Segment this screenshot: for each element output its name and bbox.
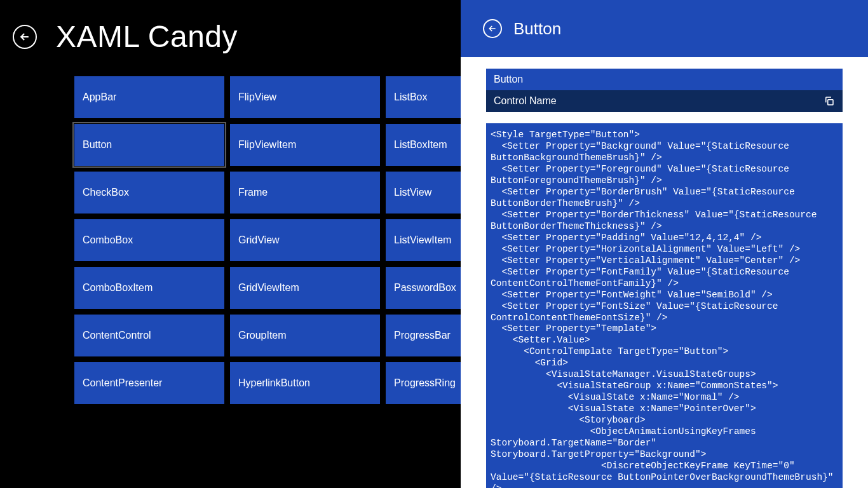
detail-header: Button (461, 0, 868, 57)
control-name-bar: Control Name (486, 90, 843, 112)
copy-icon (824, 95, 835, 107)
tile-comboboxitem[interactable]: ComboBoxItem (74, 267, 224, 309)
tile-listboxitem[interactable]: ListBoxItem (386, 124, 461, 166)
control-name-label: Control Name (494, 95, 557, 107)
app-title: XAML Candy (56, 19, 238, 54)
arrow-left-icon (487, 24, 498, 34)
tile-listview[interactable]: ListView (386, 172, 461, 214)
arrow-left-icon (18, 30, 31, 43)
tile-contentcontrol[interactable]: ContentControl (74, 315, 224, 356)
tile-listviewitem[interactable]: ListViewItem (386, 219, 461, 261)
tile-appbar[interactable]: AppBar (74, 76, 224, 118)
detail-panel: Button Button Control Name <Style Target… (461, 0, 868, 488)
tile-hyperlinkbutton[interactable]: HyperlinkButton (230, 362, 380, 404)
detail-body: Button Control Name <Style TargetType="B… (461, 57, 868, 488)
detail-title: Button (513, 19, 561, 39)
copy-button[interactable] (824, 95, 835, 107)
tile-progressbar[interactable]: ProgressBar (386, 315, 461, 356)
back-button[interactable] (13, 25, 37, 49)
tile-grid: AppBarFlipViewListBoxButtonFlipViewItemL… (0, 76, 461, 404)
tile-flipview[interactable]: FlipView (230, 76, 380, 118)
tile-gridview[interactable]: GridView (230, 219, 380, 261)
tile-gridviewitem[interactable]: GridViewItem (230, 267, 380, 309)
tile-contentpresenter[interactable]: ContentPresenter (74, 362, 224, 404)
code-block[interactable]: <Style TargetType="Button"> <Setter Prop… (486, 123, 843, 488)
tile-frame[interactable]: Frame (230, 172, 380, 214)
detail-back-button[interactable] (483, 19, 502, 38)
tile-flipviewitem[interactable]: FlipViewItem (230, 124, 380, 166)
tile-passwordbox[interactable]: PasswordBox (386, 267, 461, 309)
tile-checkbox[interactable]: CheckBox (74, 172, 224, 214)
section-label: Button (486, 69, 843, 90)
tile-progressring[interactable]: ProgressRing (386, 362, 461, 404)
tile-button[interactable]: Button (74, 124, 224, 166)
tile-listbox[interactable]: ListBox (386, 76, 461, 118)
tile-groupitem[interactable]: GroupItem (230, 315, 380, 356)
tile-combobox[interactable]: ComboBox (74, 219, 224, 261)
left-panel: XAML Candy AppBarFlipViewListBoxButtonFl… (0, 0, 461, 488)
svg-rect-0 (828, 100, 833, 105)
header-row: XAML Candy (0, 19, 461, 54)
